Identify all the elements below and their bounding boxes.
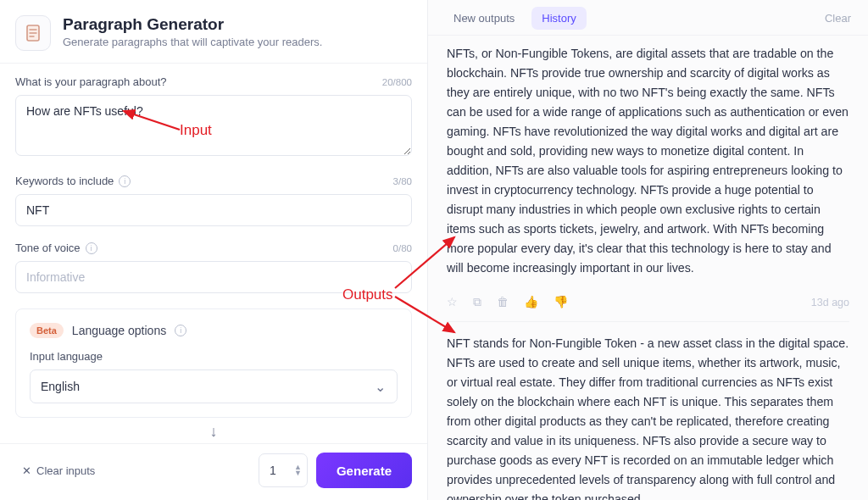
chevron-down-icon[interactable]: ▼ [294,470,302,476]
footer-bar: ✕ Clear inputs 1 ▲ ▼ Generate [0,443,427,500]
keywords-input[interactable] [15,194,412,226]
right-panel: New outputs History Clear NFTs, or Non-F… [428,0,868,500]
tone-input[interactable] [15,261,412,293]
tool-header: Paragraph Generator Generate paragraphs … [0,0,427,64]
info-icon[interactable]: i [119,175,131,187]
outputs-tabs: New outputs History Clear [428,0,868,36]
trash-icon[interactable]: 🗑 [497,295,509,309]
about-label: What is your paragraph about? [15,75,167,88]
quantity-stepper[interactable]: 1 ▲ ▼ [259,453,308,487]
input-language-label: Input language [30,350,398,363]
output-text: NFTs, or Non-Fungible Tokens, are digita… [447,44,849,278]
beta-badge: Beta [30,323,64,338]
thumbs-up-icon[interactable]: 👍 [524,295,538,309]
output-meta: ☆ ⧉ 🗑 👍 👎 13d ago [447,290,849,322]
tone-count: 0/80 [393,243,412,253]
tool-title: Paragraph Generator [63,15,322,34]
star-icon[interactable]: ☆ [447,295,458,309]
output-item[interactable]: NFTs, or Non-Fungible Tokens, are digita… [447,44,849,278]
scroll-down-icon: ↓ [15,418,412,442]
keywords-count: 3/80 [393,176,412,186]
output-time: 13d ago [811,297,849,308]
about-count: 20/800 [382,77,412,87]
output-text: NFT stands for Non-Fungible Token - a ne… [447,334,849,500]
clear-inputs-button[interactable]: ✕ Clear inputs [15,459,102,482]
keywords-label: Keywords to include i [15,175,131,187]
form-area: What is your paragraph about? 20/800 Key… [0,64,427,443]
close-icon: ✕ [22,464,31,477]
tool-logo [15,15,51,51]
info-icon[interactable]: i [175,325,186,336]
copy-icon[interactable]: ⧉ [473,295,481,309]
output-item[interactable]: NFT stands for Non-Fungible Token - a ne… [447,334,849,500]
generate-button[interactable]: Generate [316,453,412,488]
left-panel: Paragraph Generator Generate paragraphs … [0,0,428,500]
about-input[interactable] [15,95,412,156]
clear-outputs-button[interactable]: Clear [825,12,851,25]
tool-subtitle: Generate paragraphs that will captivate … [63,36,322,48]
options-title: Language options [72,324,166,337]
tab-history[interactable]: History [531,7,586,30]
info-icon[interactable]: i [86,242,97,254]
tone-label: Tone of voice i [15,242,97,254]
input-language-select[interactable]: English [30,369,398,403]
thumbs-down-icon[interactable]: 👎 [554,295,568,309]
outputs-list[interactable]: NFTs, or Non-Fungible Tokens, are digita… [428,36,868,500]
tab-new-outputs[interactable]: New outputs [443,7,525,30]
language-options: Beta Language options i Input language E… [15,308,412,418]
document-icon [23,23,43,43]
